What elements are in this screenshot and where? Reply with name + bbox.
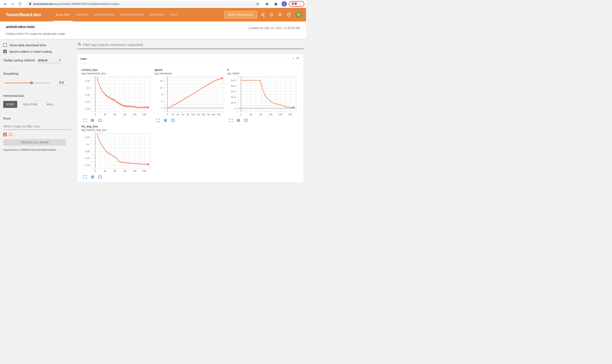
url-text: tensorboard.dev/experiment/LJI9MWUORLOw3… <box>33 2 119 6</box>
svg-text:1e-3: 1e-3 <box>231 79 236 81</box>
fit-domain-icon[interactable] <box>98 175 102 179</box>
runs-regex-input[interactable] <box>3 124 71 130</box>
svg-text:20k: 20k <box>142 113 146 116</box>
chart-plot[interactable]: 04k8k12k16k20k0.340.30.260.220.18 <box>82 132 152 174</box>
chart-plot[interactable]: 04k8k12k16k20k0.340.30.260.220.18 <box>82 75 152 118</box>
filter-tags-row <box>77 42 304 49</box>
tab-scalars[interactable]: SCALARS <box>53 9 73 21</box>
tab-graphs[interactable]: GRAPHS <box>73 9 91 21</box>
svg-text:12k: 12k <box>196 113 200 116</box>
runs-label: Runs <box>3 117 75 120</box>
share-icon[interactable] <box>260 12 265 18</box>
scalar-chart-epoch: epochtag: train/epoch02k4k6k8k10k12k14k1… <box>154 68 224 123</box>
experiment-created-date: Created on Sep 13, 2021, 11:59:23 AM <box>249 26 300 30</box>
svg-text:0.22: 0.22 <box>85 157 90 159</box>
expand-chart-icon[interactable] <box>229 118 233 123</box>
svg-text:0.26: 0.26 <box>85 150 90 153</box>
show-download-links-checkbox[interactable] <box>3 43 7 47</box>
axis-wall-button[interactable]: WALL <box>43 101 58 108</box>
svg-text:16k: 16k <box>207 113 210 116</box>
browser-toolbar: tensorboard.dev/experiment/LJI9MWUORLOw3… <box>0 0 306 8</box>
fit-domain-icon[interactable] <box>171 118 175 123</box>
svg-text:16k: 16k <box>133 113 137 116</box>
svg-text:4k: 4k <box>177 113 179 116</box>
scalar-chart-lr: lrtag: train/lr04k8k12k16k20k1e-38e-46e-… <box>227 68 297 123</box>
chart-plot[interactable]: 02k4k6k8k10k12k14k16k18k20k0481216 <box>154 75 224 118</box>
run-name: . <box>14 133 15 136</box>
back-icon[interactable] <box>2 1 9 7</box>
settings-gear-icon[interactable] <box>277 12 283 18</box>
user-avatar[interactable]: W <box>295 12 302 18</box>
svg-text:12k: 12k <box>269 113 273 116</box>
address-bar[interactable]: tensorboard.dev/experiment/LJI9MWUORLOw3… <box>26 1 259 7</box>
svg-text:0.34: 0.34 <box>85 136 90 139</box>
svg-text:8: 8 <box>161 93 163 96</box>
chart-plot[interactable]: 04k8k12k16k20k1e-38e-46e-44e-42e-40 <box>227 75 297 118</box>
fit-domain-icon[interactable] <box>98 118 102 123</box>
slider-thumb[interactable] <box>30 81 33 84</box>
svg-text:8k: 8k <box>187 113 189 116</box>
chevron-down-icon <box>59 60 61 61</box>
chart-title: epoch <box>154 68 224 72</box>
axis-step-button[interactable]: STEP <box>3 101 17 108</box>
svg-text:16k: 16k <box>278 113 282 116</box>
svg-text:12k: 12k <box>123 113 127 116</box>
charts-grid: current_losstag: train/current_loss04k8k… <box>77 64 304 182</box>
settings-sidebar: Show data download links Ignore outliers… <box>0 39 75 182</box>
nav-tabs: SCALARS GRAPHS HISTOGRAMS DISTRIBUTIONS … <box>53 8 180 21</box>
ignore-outliers-checkbox[interactable] <box>3 50 7 53</box>
svg-text:0.18: 0.18 <box>85 107 90 110</box>
toggle-y-axis-icon[interactable] <box>90 175 95 179</box>
svg-text:14k: 14k <box>201 113 205 116</box>
help-icon[interactable]: ? <box>286 12 292 18</box>
svg-text:0.18: 0.18 <box>85 164 90 167</box>
svg-text:0: 0 <box>94 170 96 172</box>
svg-text:20k: 20k <box>217 113 221 116</box>
tab-text[interactable]: TEXT <box>167 9 180 21</box>
expand-chart-icon[interactable] <box>83 118 87 123</box>
svg-text:4k: 4k <box>250 113 252 116</box>
send-feedback-button[interactable]: SEND FEEDBACK <box>224 11 257 18</box>
run-list-item: . <box>3 133 75 136</box>
svg-text:8k: 8k <box>259 113 262 116</box>
train-group-card: train 4 current_losstag: train/current_l… <box>77 54 304 182</box>
forward-icon[interactable] <box>9 1 16 7</box>
bookmark-star-icon[interactable] <box>254 1 261 7</box>
toggle-y-axis-icon[interactable] <box>236 118 240 123</box>
smoothing-slider[interactable] <box>5 81 50 84</box>
scalar-chart-current_loss: current_losstag: train/current_loss04k8k… <box>82 68 152 123</box>
expand-chart-icon[interactable] <box>156 118 160 123</box>
extensions-puzzle-icon[interactable] <box>272 1 280 7</box>
svg-text:8e-4: 8e-4 <box>231 85 236 87</box>
reload-icon[interactable] <box>16 1 23 7</box>
toggle-y-axis-icon[interactable] <box>90 118 95 123</box>
smoothing-value[interactable]: 0.6 <box>56 80 67 85</box>
svg-text:20k: 20k <box>288 113 292 116</box>
fit-domain-icon[interactable] <box>244 118 248 123</box>
axis-relative-button[interactable]: RELATIVE <box>20 101 41 108</box>
svg-text:?: ? <box>288 13 290 16</box>
tab-distributions[interactable]: DISTRIBUTIONS <box>117 9 147 21</box>
train-group-header[interactable]: train 4 <box>77 54 304 63</box>
svg-text:18k: 18k <box>212 113 215 116</box>
browser-profile-avatar[interactable]: k <box>281 1 287 7</box>
expand-chart-icon[interactable] <box>83 175 87 179</box>
chart-title: current_loss <box>82 68 152 72</box>
tab-hparams[interactable]: HPARAMS <box>147 9 167 21</box>
refresh-icon[interactable] <box>268 12 274 18</box>
sidebar-divider <box>3 67 73 67</box>
filter-tags-input[interactable] <box>83 43 304 47</box>
experiment-description: TDNN-LSTM CTC model for aishell with ice… <box>6 32 65 36</box>
svg-text:2k: 2k <box>171 113 174 116</box>
toggle-all-runs-button[interactable]: TOGGLE ALL RUNS <box>3 139 66 146</box>
browser-menu-icon: ⋮ <box>299 2 302 6</box>
svg-text:0: 0 <box>234 107 236 110</box>
browser-update-button[interactable]: 更新 ⋮ <box>289 1 304 7</box>
run-checkbox[interactable] <box>3 133 7 136</box>
scalars-dashboard: train 4 current_losstag: train/current_l… <box>75 39 306 182</box>
collapse-chevron-icon[interactable] <box>296 56 299 61</box>
toggle-y-axis-icon[interactable] <box>163 118 167 123</box>
tab-histograms[interactable]: HISTOGRAMS <box>91 9 117 21</box>
tooltip-sorting-select[interactable]: default <box>37 58 62 63</box>
extension-bowl-icon[interactable] <box>263 1 270 7</box>
